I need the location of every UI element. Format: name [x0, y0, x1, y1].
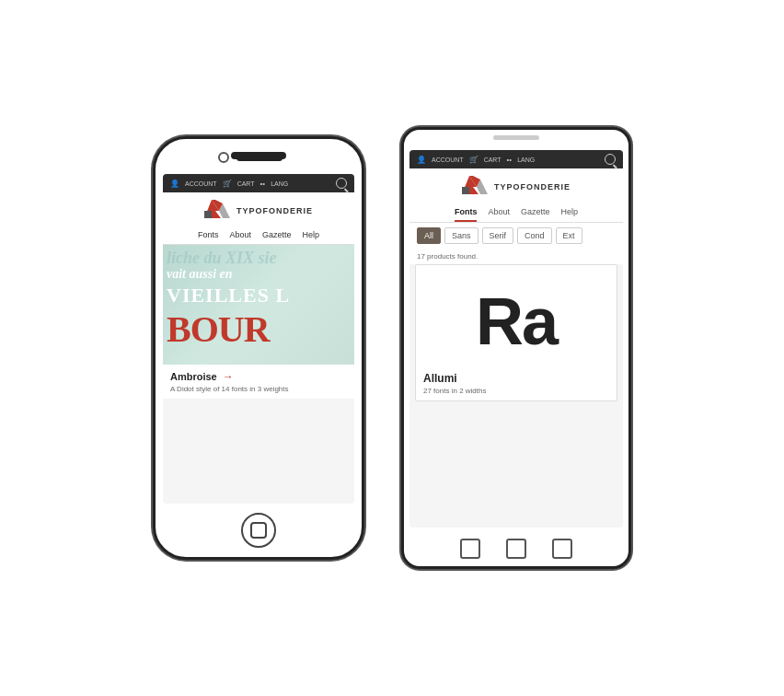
iphone-frame: 👤 ACCOUNT 🛒 CART •• LANG TYPOFONDERIE Fo… [153, 136, 364, 560]
font-card[interactable]: Ra Allumi 27 fonts in 2 widths [415, 264, 617, 401]
hero-line-4: BOUR [167, 307, 270, 351]
filter-ext[interactable]: Ext [556, 227, 582, 244]
account-label[interactable]: ACCOUNT [185, 180, 217, 187]
nav-help[interactable]: Help [303, 230, 320, 239]
svg-marker-3 [204, 211, 212, 218]
iphone-font-desc: A Didot style of 14 fonts in 3 weights [170, 385, 347, 393]
android-logo-icon [462, 176, 490, 198]
iphone-main-nav: Fonts About Gazette Help [163, 226, 354, 245]
android-lang-label[interactable]: LANG [517, 157, 535, 163]
android-nav-gazette[interactable]: Gazette [521, 207, 550, 222]
iphone-home-inner [250, 522, 267, 539]
font-name: Allumi [416, 368, 617, 387]
android-topbar [493, 135, 539, 140]
android-home-button[interactable] [506, 539, 526, 559]
filter-sans[interactable]: Sans [444, 227, 478, 244]
android-nav-about[interactable]: About [488, 207, 510, 222]
iphone-home-button[interactable] [241, 513, 276, 548]
iphone-logo-text: TYPOFONDERIE [236, 206, 313, 215]
hero-line-1: liche du XIX sie [167, 249, 277, 268]
nav-gazette[interactable]: Gazette [262, 230, 292, 239]
hero-line-3: VIEILLES L [167, 284, 290, 307]
android-back-button[interactable] [460, 539, 480, 559]
android-menu-button[interactable] [552, 539, 572, 559]
filter-bar: All Sans Serif Cond Ext [409, 223, 623, 249]
android-account-icon: 👤 [417, 156, 426, 164]
iphone-caption: Ambroise → A Didot style of 14 fonts in … [163, 365, 354, 399]
android-dots-icon: •• [507, 156, 513, 164]
cart-label[interactable]: CART [237, 180, 255, 187]
nav-fonts[interactable]: Fonts [198, 230, 219, 239]
cart-icon: 🛒 [223, 180, 232, 188]
font-preview: Ra [416, 265, 617, 368]
android-logo-text: TYPOFONDERIE [494, 182, 571, 191]
svg-marker-7 [462, 187, 469, 194]
iphone-screen: 👤 ACCOUNT 🛒 CART •• LANG TYPOFONDERIE Fo… [163, 174, 354, 504]
iphone-hero: liche du XIX sie vait aussi en VIEILLES … [163, 245, 354, 365]
android-frame: 👤 ACCOUNT 🛒 CART •• LANG TYPOFONDERIE Fo… [401, 127, 631, 569]
android-nav-buttons [404, 539, 628, 559]
android-nav-fonts[interactable]: Fonts [455, 207, 478, 222]
font-title-text: Ambroise [170, 371, 217, 382]
search-icon[interactable] [336, 178, 347, 189]
android-main-nav: Fonts About Gazette Help [409, 202, 623, 223]
android-cart-icon: 🛒 [469, 156, 478, 164]
account-icon: 👤 [170, 180, 179, 188]
android-search-icon[interactable] [605, 154, 616, 165]
lang-label[interactable]: LANG [271, 180, 288, 187]
filter-all[interactable]: All [417, 227, 441, 244]
android-account-label[interactable]: ACCOUNT [432, 157, 464, 163]
filter-cond[interactable]: Cond [517, 227, 552, 244]
android-cart-label[interactable]: CART [484, 157, 502, 163]
hero-line-2: vait aussi en [167, 267, 233, 282]
iphone-font-title: Ambroise → [170, 370, 347, 383]
android-logo-area: TYPOFONDERIE [409, 168, 623, 202]
iphone-navbar: 👤 ACCOUNT 🛒 CART •• LANG [163, 174, 354, 192]
nav-about[interactable]: About [229, 230, 251, 239]
font-arrow: → [223, 370, 234, 383]
font-desc: 27 fonts in 2 widths [416, 387, 617, 400]
iphone-camera [218, 152, 229, 163]
android-nav-help[interactable]: Help [561, 207, 579, 222]
android-screen: 👤 ACCOUNT 🛒 CART •• LANG TYPOFONDERIE Fo… [409, 150, 623, 528]
results-count: 17 products found. [409, 249, 623, 264]
logo-icon [204, 200, 232, 222]
dots-icon: •• [260, 180, 266, 188]
logo-area: TYPOFONDERIE [163, 192, 354, 226]
filter-serif[interactable]: Serif [482, 227, 514, 244]
iphone-speaker [236, 155, 282, 161]
android-navbar: 👤 ACCOUNT 🛒 CART •• LANG [409, 150, 623, 168]
